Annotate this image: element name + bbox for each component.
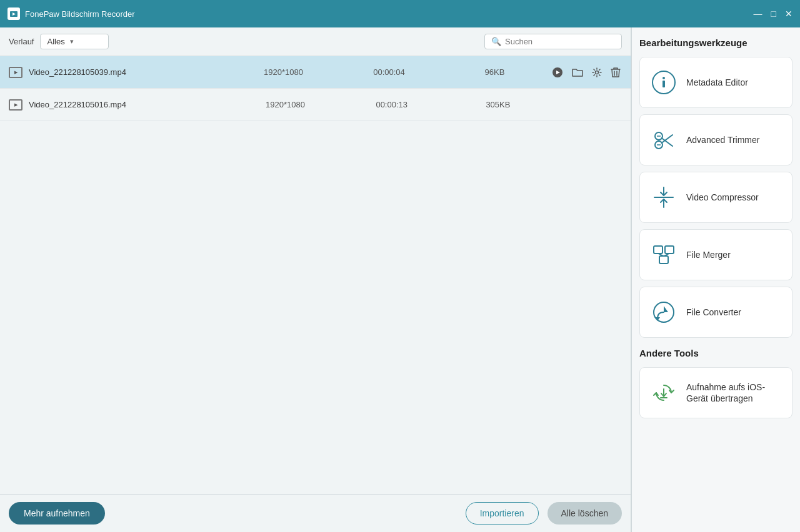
file-converter-label: File Converter [686,307,741,318]
file-converter-card[interactable]: File Converter [639,287,792,338]
play-button[interactable] [551,66,564,79]
file-duration: 00:00:13 [342,100,442,109]
file-resolution: 1920*1080 [234,67,333,77]
convert-icon [650,298,678,326]
ios-icon [650,379,678,406]
file-resolution: 1920*1080 [235,100,335,109]
bottom-right-actions: Importieren Alle löschen [466,502,622,525]
svg-rect-16 [654,246,662,254]
scissors-icon [650,126,678,154]
file-actions [551,66,622,79]
minimize-button[interactable]: — [754,9,762,18]
search-input[interactable] [505,37,615,46]
folder-button[interactable] [571,66,584,79]
svg-marker-22 [664,306,668,312]
bearbeitungswerkzeuge-title: Bearbeitungswerkzeuge [639,37,792,48]
titlebar: FonePaw Bildschirm Recorder — □ ✕ [0,0,800,27]
filter-dropdown[interactable]: Alles ▾ [40,34,109,49]
file-video-icon [9,67,22,78]
advanced-trimmer-card[interactable]: Advanced Trimmer [639,114,792,165]
compress-icon [650,184,678,211]
search-box: 🔍 [484,34,622,49]
window-controls: — □ ✕ [754,9,792,18]
ios-transfer-label: Aufnahme aufs iOS-Gerät übertragen [686,382,782,404]
app-icon [8,7,20,20]
dropdown-value: Alles [47,37,64,46]
metadata-editor-card[interactable]: Metadata Editor [639,57,792,108]
advanced-trimmer-label: Advanced Trimmer [686,134,759,145]
video-compressor-label: Video Compressor [686,192,759,203]
svg-rect-6 [662,81,665,87]
metadata-editor-label: Metadata Editor [686,77,748,88]
file-video-icon [9,99,22,111]
svg-rect-18 [659,256,668,264]
app-title: FonePaw Bildschirm Recorder [25,9,754,19]
main-content: Verlauf Alles ▾ 🔍 Video_221228105039.mp4… [0,27,800,532]
table-row[interactable]: Video_221228105039.mp4 1920*1080 00:00:0… [0,56,631,89]
file-size: 305KB [448,100,548,109]
search-icon: 🔍 [491,37,501,46]
right-panel: Bearbeitungswerkzeuge Metadata Editor [631,27,800,532]
maximize-button[interactable]: □ [771,9,776,18]
file-size: 96KB [445,67,544,77]
bottom-bar: Mehr aufnehmen Importieren Alle löschen [0,494,631,532]
delete-button[interactable] [609,66,622,79]
info-icon [650,69,678,96]
toolbar: Verlauf Alles ▾ 🔍 [0,27,631,56]
mehr-aufnehmen-button[interactable]: Mehr aufnehmen [9,502,105,525]
file-merger-label: File Merger [686,249,731,260]
ios-transfer-card[interactable]: Aufnahme aufs iOS-Gerät übertragen [639,367,792,418]
svg-rect-17 [665,246,674,254]
file-name: Video_221228105039.mp4 [29,67,228,77]
file-name: Video_221228105016.mp4 [29,100,229,109]
verlauf-label: Verlauf [9,37,34,46]
merge-icon [650,241,678,268]
file-duration: 00:00:04 [339,67,439,77]
table-row[interactable]: Video_221228105016.mp4 1920*1080 00:00:1… [0,89,631,121]
chevron-down-icon: ▾ [70,37,74,46]
video-compressor-card[interactable]: Video Compressor [639,172,792,223]
alle-loeschen-button[interactable]: Alle löschen [548,502,622,525]
settings-button[interactable] [591,66,603,79]
file-merger-card[interactable]: File Merger [639,229,792,280]
file-list: Video_221228105039.mp4 1920*1080 00:00:0… [0,56,631,494]
close-button[interactable]: ✕ [785,9,792,18]
svg-point-5 [662,77,665,79]
andere-tools-title: Andere Tools [639,348,792,358]
importieren-button[interactable]: Importieren [466,502,539,525]
left-panel: Verlauf Alles ▾ 🔍 Video_221228105039.mp4… [0,27,631,532]
